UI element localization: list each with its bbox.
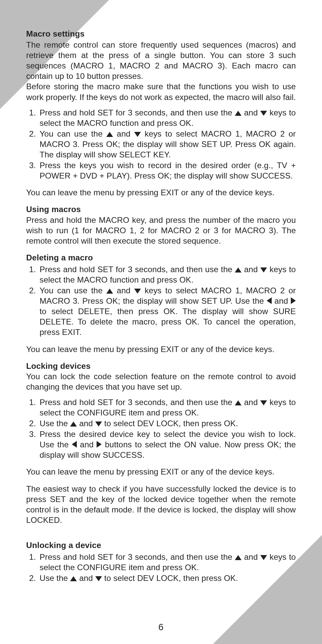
down-arrow-icon bbox=[95, 576, 102, 581]
macro-settings-intro: The remote control can store frequently … bbox=[26, 40, 296, 81]
step-text: Press the keys you wish to record in the… bbox=[40, 161, 296, 180]
using-macros-body: Press and hold the MACRO key, and press … bbox=[26, 215, 296, 246]
step-text: Use the bbox=[40, 419, 70, 428]
macro-settings-after: You can leave the menu by pressing EXIT … bbox=[26, 187, 296, 198]
list-item: Press the keys you wish to record in the… bbox=[38, 160, 296, 181]
step-text: and bbox=[241, 398, 260, 407]
down-arrow-icon bbox=[260, 267, 267, 273]
step-text: You can use the bbox=[40, 129, 106, 138]
up-arrow-icon bbox=[70, 422, 77, 427]
locking-steps: Press and hold SET for 3 seconds, and th… bbox=[26, 397, 296, 460]
left-arrow-icon bbox=[72, 441, 77, 448]
deleting-after: You can leave the menu by pressing EXIT … bbox=[26, 344, 296, 354]
right-arrow-icon bbox=[97, 441, 102, 448]
step-text: and bbox=[113, 129, 134, 138]
list-item: Press the desired device key to select t… bbox=[38, 429, 296, 460]
list-item: You can use the and keys to select MACRO… bbox=[38, 129, 296, 160]
step-text: and bbox=[77, 574, 95, 583]
manual-page: Macro settings The remote control can st… bbox=[0, 0, 322, 644]
step-text: and bbox=[77, 419, 95, 428]
down-arrow-icon bbox=[260, 400, 267, 405]
list-item: Use the and to select DEV LOCK, then pre… bbox=[38, 418, 296, 429]
list-item: You can use the and keys to select MACRO… bbox=[38, 285, 296, 337]
locking-after: You can leave the menu by pressing EXIT … bbox=[26, 466, 296, 477]
down-arrow-icon bbox=[134, 132, 141, 137]
step-text: and bbox=[113, 286, 134, 295]
up-arrow-icon bbox=[70, 576, 77, 581]
down-arrow-icon bbox=[95, 422, 102, 427]
up-arrow-icon bbox=[235, 267, 241, 273]
list-item: Press and hold SET for 3 seconds, and th… bbox=[38, 552, 296, 573]
step-text: Press and hold SET for 3 seconds, and th… bbox=[40, 398, 235, 407]
step-text: You can use the bbox=[40, 286, 106, 295]
step-text: Press and hold SET for 3 seconds, and th… bbox=[40, 265, 235, 274]
up-arrow-icon bbox=[235, 555, 241, 560]
up-arrow-icon bbox=[235, 400, 241, 405]
step-text: to select DEV LOCK, then press OK. bbox=[102, 574, 238, 583]
macro-settings-steps: Press and hold SET for 3 seconds, and th… bbox=[26, 107, 296, 181]
deleting-macro-steps: Press and hold SET for 3 seconds, and th… bbox=[26, 264, 296, 338]
heading-deleting-macro: Deleting a macro bbox=[26, 252, 296, 263]
up-arrow-icon bbox=[235, 111, 241, 116]
down-arrow-icon bbox=[134, 289, 141, 294]
step-text: to select DELETE, then press OK. The dis… bbox=[40, 307, 296, 337]
step-text: to select DEV LOCK, then press OK. bbox=[102, 419, 238, 428]
left-arrow-icon bbox=[267, 297, 272, 304]
step-text: and bbox=[77, 440, 97, 449]
unlocking-steps: Press and hold SET for 3 seconds, and th… bbox=[26, 552, 296, 583]
macro-settings-note: Before storing the macro make sure that … bbox=[26, 81, 296, 102]
step-text: and bbox=[241, 552, 260, 561]
list-item: Press and hold SET for 3 seconds, and th… bbox=[38, 397, 296, 418]
step-text: and bbox=[241, 108, 260, 117]
heading-locking-devices: Locking devices bbox=[26, 361, 296, 371]
step-text: Press and hold SET for 3 seconds, and th… bbox=[40, 108, 235, 117]
step-text: Use the bbox=[40, 574, 70, 583]
down-arrow-icon bbox=[260, 555, 267, 560]
page-content: Macro settings The remote control can st… bbox=[26, 29, 296, 583]
up-arrow-icon bbox=[106, 132, 113, 137]
heading-macro-settings: Macro settings bbox=[26, 29, 296, 39]
down-arrow-icon bbox=[260, 111, 267, 116]
step-text: Press and hold SET for 3 seconds, and th… bbox=[40, 552, 235, 561]
locking-intro: You can lock the code selection feature … bbox=[26, 371, 296, 392]
locking-tip: The easiest way to check if you have suc… bbox=[26, 484, 296, 525]
up-arrow-icon bbox=[106, 289, 113, 294]
page-number: 6 bbox=[0, 622, 322, 633]
step-text: and bbox=[241, 265, 260, 274]
list-item: Press and hold SET for 3 seconds, and th… bbox=[38, 107, 296, 128]
step-text: and bbox=[272, 296, 291, 305]
right-arrow-icon bbox=[291, 297, 296, 304]
list-item: Use the and to select DEV LOCK, then pre… bbox=[38, 573, 296, 583]
heading-unlocking-device: Unlocking a device bbox=[26, 540, 296, 550]
heading-using-macros: Using macros bbox=[26, 204, 296, 214]
list-item: Press and hold SET for 3 seconds, and th… bbox=[38, 264, 296, 285]
